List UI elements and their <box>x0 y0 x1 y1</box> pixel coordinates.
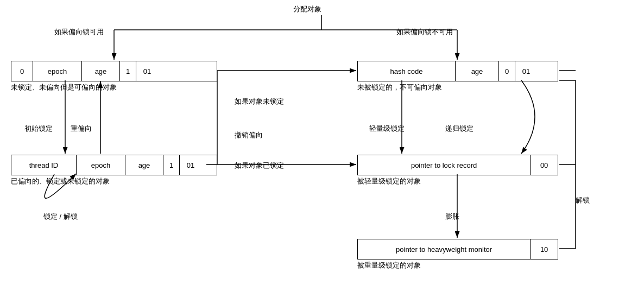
box2-cell3: age <box>125 155 163 175</box>
box1-cell3: age <box>82 61 120 81</box>
label-if-locked: 如果对象已锁定 <box>235 161 284 170</box>
top-label: 分配对象 <box>293 4 321 14</box>
box4: pointer to lock record 00 <box>357 155 558 175</box>
box5: pointer to heavyweight monitor 10 <box>357 239 558 259</box>
box3-cell4: 01 <box>515 61 537 81</box>
box1-cell4: 1 <box>120 61 136 81</box>
box3-label: 未被锁定的，不可偏向对象 <box>357 83 442 92</box>
box2-cell2: epoch <box>77 155 125 175</box>
box1-label: 未锁定、未偏向但是可偏向的对象 <box>11 83 117 92</box>
box2-cell4: 1 <box>163 155 180 175</box>
label-expand: 膨胀 <box>445 212 459 221</box>
box4-cell1: pointer to lock record <box>358 155 531 175</box>
box2-cell1: thread ID <box>11 155 77 175</box>
label-cancel-bias: 撤销偏向 <box>235 130 263 140</box>
label-lock-unlock: 锁定 / 解锁 <box>43 212 78 221</box>
box2-cell5: 01 <box>180 155 201 175</box>
label-unlock: 解锁 <box>576 195 590 205</box>
box1: 0 epoch age 1 01 <box>11 61 217 81</box>
box5-label: 被重量级锁定的对象 <box>357 261 421 270</box>
box2-label: 已偏向的、锁定或未锁定的对象 <box>11 176 110 186</box>
box1-cell2: epoch <box>33 61 82 81</box>
left-branch-label: 如果偏向锁可用 <box>54 27 104 37</box>
label-lightweight: 轻量级锁定 <box>369 124 405 134</box>
right-branch-label: 如果偏向锁不可用 <box>396 27 453 37</box>
box3-cell3: 0 <box>499 61 515 81</box>
box3: hash code age 0 01 <box>357 61 558 81</box>
label-rebias: 重偏向 <box>71 124 92 134</box>
box4-label: 被轻量级锁定的对象 <box>357 176 421 186</box>
box5-cell1: pointer to heavyweight monitor <box>358 239 531 259</box>
box4-cell2: 00 <box>531 155 558 175</box>
box3-cell1: hash code <box>358 61 456 81</box>
label-recursive: 递归锁定 <box>445 124 473 134</box>
box3-cell2: age <box>456 61 499 81</box>
diagram: 分配对象 如果偏向锁可用 如果偏向锁不可用 0 epoch age 1 01 未… <box>0 0 644 304</box>
box5-cell2: 10 <box>531 239 558 259</box>
label-if-unlocked: 如果对象未锁定 <box>235 97 284 106</box>
box1-cell1: 0 <box>11 61 33 81</box>
label-init-lock: 初始锁定 <box>24 124 53 134</box>
box2: thread ID epoch age 1 01 <box>11 155 217 175</box>
box1-cell5: 01 <box>136 61 158 81</box>
